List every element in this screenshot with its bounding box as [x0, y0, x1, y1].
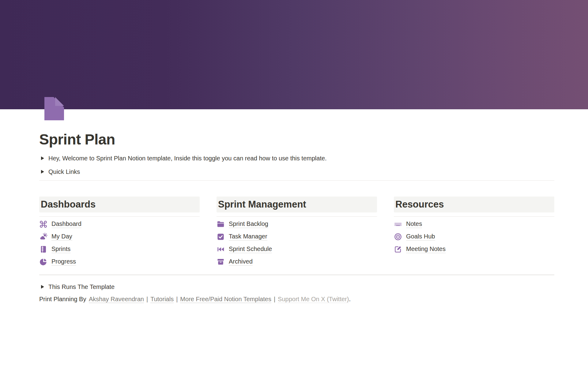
- page-link-label[interactable]: Task Manager: [229, 233, 267, 241]
- credits-link-support-me-on-x-twitter-[interactable]: Support Me On X (Twitter): [278, 296, 349, 303]
- link-columns: DashboardsDashboardMy DaySprintsProgress…: [39, 197, 554, 268]
- checkbox-icon: [217, 233, 225, 241]
- journal-icon: [39, 245, 47, 253]
- page-link-label[interactable]: Notes: [406, 220, 422, 228]
- page-link-goals-hub[interactable]: Goals Hub: [394, 230, 554, 243]
- divider: [39, 275, 554, 275]
- column-header: Dashboards: [41, 198, 197, 211]
- toggle-runs-template-label: This Runs The Template: [48, 283, 115, 290]
- page-link-notes[interactable]: Notes: [394, 218, 554, 230]
- toggle-triangle-icon[interactable]: [41, 285, 44, 289]
- page-link-my-day[interactable]: My Day: [39, 230, 200, 243]
- page-content: Sprint Plan Hey, Welcome to Sprint Plan …: [39, 0, 554, 305]
- page-document-icon[interactable]: [44, 97, 64, 120]
- credits-suffix: .: [349, 296, 351, 302]
- archive-icon: [217, 258, 225, 266]
- command-icon: [39, 220, 47, 228]
- toggle-triangle-icon[interactable]: [41, 156, 44, 160]
- column-header: Sprint Management: [218, 198, 375, 211]
- column-items: NotesGoals HubMeeting Notes: [394, 218, 554, 256]
- credits-line: Print Planning By Akshay Raveendran|Tuto…: [39, 294, 554, 305]
- page-link-label[interactable]: Sprint Schedule: [229, 245, 272, 253]
- compose-icon: [394, 245, 402, 253]
- column-header-block: Dashboards: [39, 197, 200, 212]
- column-items: DashboardMy DaySprintsProgress: [39, 218, 200, 268]
- page-title: Sprint Plan: [39, 131, 554, 148]
- page-link-label[interactable]: Goals Hub: [406, 233, 435, 241]
- column-header-block: Resources: [394, 197, 554, 212]
- rewind-icon: [217, 245, 225, 253]
- page-link-sprints[interactable]: Sprints: [39, 243, 200, 256]
- toggle-welcome[interactable]: Hey, Welcome to Sprint Plan Notion templ…: [39, 152, 554, 165]
- credits-separator: |: [174, 296, 180, 302]
- divider: [39, 216, 200, 217]
- page-link-archived[interactable]: Archived: [217, 256, 377, 268]
- page-link-dashboard[interactable]: Dashboard: [39, 218, 200, 230]
- column-header: Resources: [395, 198, 552, 211]
- column-header-block: Sprint Management: [217, 197, 377, 212]
- page-link-label[interactable]: Progress: [51, 258, 76, 266]
- page-link-progress[interactable]: Progress: [39, 256, 200, 268]
- page-link-sprint-backlog[interactable]: Sprint Backlog: [217, 218, 377, 230]
- toggle-triangle-icon[interactable]: [41, 170, 44, 174]
- credits-separator: |: [271, 296, 278, 302]
- pie-chart-icon: [39, 258, 47, 266]
- toggle-welcome-label: Hey, Welcome to Sprint Plan Notion templ…: [48, 155, 327, 162]
- credits-separator: |: [144, 296, 150, 302]
- page-link-label[interactable]: Sprint Backlog: [229, 220, 268, 228]
- page-link-label[interactable]: Meeting Notes: [406, 245, 446, 253]
- column-dashboards: DashboardsDashboardMy DaySprintsProgress: [39, 197, 200, 268]
- column-items: Sprint BacklogTask ManagerSprint Schedul…: [217, 218, 377, 268]
- credits-link-akshay-raveendran[interactable]: Akshay Raveendran: [89, 296, 144, 303]
- page-link-meeting-notes[interactable]: Meeting Notes: [394, 243, 554, 256]
- credits-link-tutorials[interactable]: Tutorials: [150, 296, 174, 303]
- column-sprint-management: Sprint ManagementSprint BacklogTask Mana…: [217, 197, 377, 268]
- column-resources: ResourcesNotesGoals HubMeeting Notes: [394, 197, 554, 268]
- divider: [394, 216, 554, 217]
- credits-link-more-free-paid-notion-templates[interactable]: More Free/Paid Notion Templates: [180, 296, 271, 303]
- divider: [217, 216, 377, 217]
- page-link-label[interactable]: My Day: [51, 233, 72, 241]
- page-link-label[interactable]: Dashboard: [51, 220, 81, 228]
- page-link-label[interactable]: Sprints: [51, 245, 70, 253]
- toggle-quick-links[interactable]: Quick Links: [39, 165, 554, 178]
- keyboard-icon: [394, 220, 402, 228]
- folder-icon: [217, 220, 225, 228]
- page-link-sprint-schedule[interactable]: Sprint Schedule: [217, 243, 377, 256]
- credits-prefix: Print Planning By: [39, 296, 86, 302]
- toggle-runs-template[interactable]: This Runs The Template: [39, 280, 554, 294]
- divider: [39, 180, 554, 181]
- page-link-label[interactable]: Archived: [229, 258, 253, 266]
- partly-sunny-icon: [39, 233, 47, 241]
- page-link-task-manager[interactable]: Task Manager: [217, 230, 377, 243]
- target-icon: [394, 233, 402, 241]
- toggle-quick-links-label: Quick Links: [48, 168, 80, 175]
